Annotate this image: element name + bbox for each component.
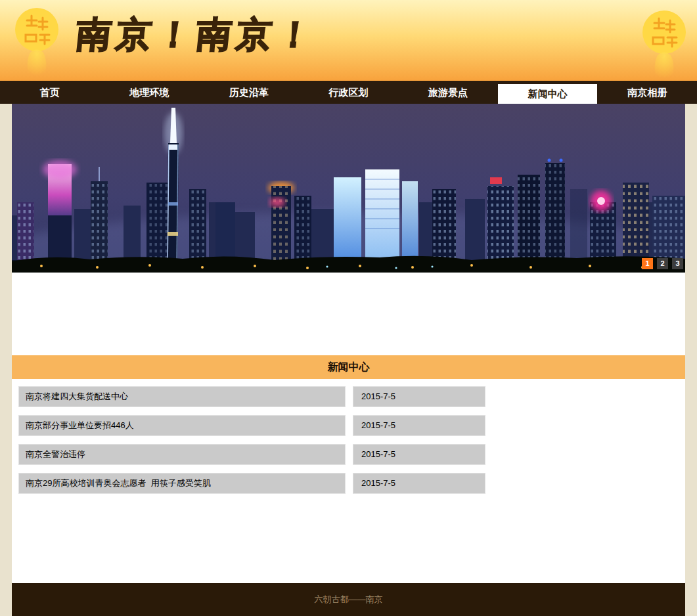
- news-section-header: 新闻中心: [12, 355, 685, 379]
- news-row: 南京全警治违停2015-7-5: [12, 444, 685, 465]
- nav-item-4[interactable]: 行政区划: [299, 81, 399, 104]
- news-item-title[interactable]: 南京29所高校培训青奥会志愿者 用筷子感受笑肌: [18, 473, 346, 494]
- news-item-date: 2015-7-5: [353, 415, 485, 436]
- nav-item-2[interactable]: 地理环境: [100, 81, 200, 104]
- news-row: 南京将建四大集货配送中心2015-7-5: [12, 386, 685, 407]
- site-footer: 六朝古都——南京: [12, 583, 685, 616]
- seal-logo-icon: [13, 5, 60, 77]
- content-wrapper: 123 新闻中心 南京将建四大集货配送中心2015-7-5南京部分事业单位要招4…: [12, 104, 685, 616]
- site-header: 南京！南京！: [0, 0, 697, 81]
- footer-text: 六朝古都——南京: [315, 594, 383, 604]
- news-list: 南京将建四大集货配送中心2015-7-5南京部分事业单位要招446人2015-7…: [12, 386, 685, 494]
- news-row: 南京部分事业单位要招446人2015-7-5: [12, 415, 685, 436]
- nav-item-5[interactable]: 旅游景点: [398, 81, 498, 104]
- banner-page-3[interactable]: 3: [672, 258, 683, 269]
- news-row: 南京29所高校培训青奥会志愿者 用筷子感受笑肌2015-7-5: [12, 473, 685, 494]
- site-title: 南京！南京！: [74, 12, 319, 58]
- nav-item-1[interactable]: 首页: [0, 81, 100, 104]
- banner-slideshow: 123: [12, 104, 685, 273]
- news-section: 新闻中心 南京将建四大集货配送中心2015-7-5南京部分事业单位要招446人2…: [12, 273, 685, 502]
- seal-logo-icon: [641, 8, 688, 80]
- news-item-title[interactable]: 南京全警治违停: [18, 444, 346, 465]
- banner-pagination: 123: [638, 258, 683, 269]
- news-item-title[interactable]: 南京部分事业单位要招446人: [18, 415, 346, 436]
- nav-item-7[interactable]: 南京相册: [597, 81, 697, 104]
- news-item-date: 2015-7-5: [353, 386, 485, 407]
- nanjing-night-skyline-photo: [12, 104, 685, 273]
- news-item-date: 2015-7-5: [353, 444, 485, 465]
- page: 南京！南京！ 首页地理环境历史沿革行政: [0, 0, 697, 616]
- banner-page-1[interactable]: 1: [642, 258, 653, 269]
- nav-item-6[interactable]: 新闻中心: [498, 84, 598, 104]
- nav-list: 首页地理环境历史沿革行政区划旅游景点新闻中心南京相册: [0, 81, 697, 104]
- news-item-title[interactable]: 南京将建四大集货配送中心: [18, 386, 346, 407]
- banner-page-2[interactable]: 2: [657, 258, 668, 269]
- main-nav: 首页地理环境历史沿革行政区划旅游景点新闻中心南京相册: [0, 81, 697, 104]
- news-item-date: 2015-7-5: [353, 473, 485, 494]
- nav-item-3[interactable]: 历史沿革: [199, 81, 299, 104]
